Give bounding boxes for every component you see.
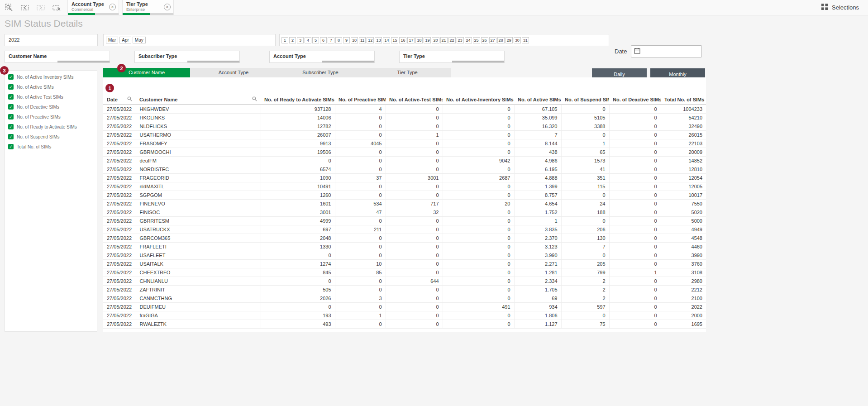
table-row[interactable]: 27/05/2022 CHEEXTRFO 845 85 0 0 1.281 79…: [103, 268, 706, 277]
table-row[interactable]: 27/05/2022 USAITALK 1274 10 0 0 2.271 20…: [103, 259, 706, 268]
col-header-customer-name[interactable]: Customer Name: [136, 95, 261, 105]
table-row[interactable]: 27/05/2022 deuIFM 0 0 0 9042 4.986 1573 …: [103, 156, 706, 165]
day-tile[interactable]: 7: [328, 37, 334, 43]
day-tile[interactable]: 11: [359, 37, 366, 43]
filter-pane-scrollbar[interactable]: [57, 61, 110, 62]
cell-date[interactable]: 27/05/2022: [103, 242, 136, 251]
cell-customer-name[interactable]: GBRCOM365: [136, 234, 261, 242]
checkbox-checked-icon[interactable]: ✓: [8, 144, 14, 149]
cell-customer-name[interactable]: CHEEXTRFO: [136, 268, 261, 277]
cell-date[interactable]: 27/05/2022: [103, 277, 136, 285]
kpi-toggle-item[interactable]: ✓ No. of Suspend SIMs: [5, 132, 97, 142]
checkbox-checked-icon[interactable]: ✓: [8, 74, 14, 80]
cell-customer-name[interactable]: nldMAXITL: [136, 182, 261, 191]
day-tile[interactable]: 18: [415, 37, 423, 43]
table-row[interactable]: 27/05/2022 FRAGEORID 1090 37 3001 2687 4…: [103, 173, 706, 182]
dimension-tab[interactable]: Account Type: [190, 68, 277, 77]
cell-customer-name[interactable]: HKGHWDEV: [136, 105, 261, 113]
kpi-toggle-item[interactable]: ✓ Total No. of SIMs: [5, 142, 97, 152]
cell-date[interactable]: 27/05/2022: [103, 302, 136, 311]
table-row[interactable]: 27/05/2022 HKGHWDEV 937128 4 0 0 67.105 …: [103, 105, 706, 113]
cell-customer-name[interactable]: DEUIFMEU: [136, 302, 261, 311]
day-tile[interactable]: 25: [473, 37, 480, 43]
day-tile[interactable]: 31: [522, 37, 529, 43]
day-tile[interactable]: 13: [375, 37, 382, 43]
cell-customer-name[interactable]: USATRUCKX: [136, 225, 261, 234]
col-header-active[interactable]: No. of Active SIMs: [514, 95, 561, 105]
month-tile[interactable]: Apr: [119, 37, 131, 43]
day-tile[interactable]: 26: [481, 37, 488, 43]
day-tile[interactable]: 30: [514, 37, 521, 43]
table-row[interactable]: 27/05/2022 ZAFTRINIT 505 0 0 0 1.705 2 0…: [103, 285, 706, 294]
cell-customer-name[interactable]: USAITALK: [136, 259, 261, 268]
col-header-active-inventory[interactable]: No. of Active-Inventory SIMs: [443, 95, 514, 105]
cell-date[interactable]: 27/05/2022: [103, 139, 136, 148]
cell-date[interactable]: 27/05/2022: [103, 251, 136, 259]
col-header-ready-to-activate[interactable]: No. of Ready to Activate SIMs: [261, 95, 335, 105]
kpi-toggle-item[interactable]: ✓ No. of Ready to Activate SIMs: [5, 122, 97, 132]
dimension-tab[interactable]: Customer Name: [103, 68, 190, 77]
day-tile[interactable]: 14: [383, 37, 390, 43]
kpi-toggle-item[interactable]: ✓ No. of Active Inventory SIMs: [5, 72, 97, 82]
month-tile[interactable]: May: [133, 37, 146, 43]
table-row[interactable]: 27/05/2022 FINENEVO 1601 534 717 20 4.65…: [103, 199, 706, 208]
cell-date[interactable]: 27/05/2022: [103, 182, 136, 191]
table-row[interactable]: 27/05/2022 CANMCTHNG 2026 3 0 0 69 2 0 2…: [103, 294, 706, 302]
checkbox-checked-icon[interactable]: ✓: [8, 84, 14, 90]
filter-pane-scrollbar[interactable]: [187, 61, 240, 62]
day-tile[interactable]: 3: [297, 37, 304, 43]
table-row[interactable]: 27/05/2022 NORDISTEC 6574 0 0 0 6.195 41…: [103, 165, 706, 173]
cell-date[interactable]: 27/05/2022: [103, 234, 136, 242]
col-header-preactive[interactable]: No. of Preactive SIMs: [335, 95, 386, 105]
cell-date[interactable]: 27/05/2022: [103, 191, 136, 199]
cell-customer-name[interactable]: CANMCTHNG: [136, 294, 261, 302]
col-header-suspend[interactable]: No. of Suspend SIMs: [561, 95, 609, 105]
filter-pane-scrollbar[interactable]: [452, 61, 505, 62]
cell-customer-name[interactable]: GBRRITESM: [136, 216, 261, 225]
table-row[interactable]: 27/05/2022 GBRMOOCHI 19506 0 0 0 438 65 …: [103, 148, 706, 156]
day-tile[interactable]: 4: [305, 37, 311, 43]
cell-date[interactable]: 27/05/2022: [103, 156, 136, 165]
cell-customer-name[interactable]: FRAGEORID: [136, 173, 261, 182]
table-row[interactable]: 27/05/2022 GBRCOM365 2048 0 0 0 2.370 13…: [103, 234, 706, 242]
day-tile[interactable]: 8: [335, 37, 342, 43]
dimension-tab[interactable]: Subscriber Type: [277, 68, 364, 77]
selections-button[interactable]: Selections: [812, 0, 868, 15]
day-tile[interactable]: 19: [424, 37, 431, 43]
kpi-toggle-item[interactable]: ✓ No. of Active Test SIMs: [5, 92, 97, 102]
step-back-icon[interactable]: [20, 3, 29, 12]
filter-pane[interactable]: Customer Name: [5, 51, 110, 63]
cell-date[interactable]: 27/05/2022: [103, 294, 136, 302]
day-tile[interactable]: 17: [407, 37, 415, 43]
close-icon[interactable]: ×: [164, 4, 171, 10]
cell-customer-name[interactable]: SGPGOM: [136, 191, 261, 199]
filter-pane[interactable]: Tier Type: [399, 51, 505, 63]
col-header-deactive[interactable]: No. of Deactive SIMs: [609, 95, 661, 105]
cell-customer-name[interactable]: GBRMOOCHI: [136, 148, 261, 156]
search-icon[interactable]: [252, 96, 257, 102]
table-row[interactable]: 27/05/2022 USATRUCKX 697 211 0 0 3.835 2…: [103, 225, 706, 234]
day-tile[interactable]: 9: [343, 37, 350, 43]
cell-customer-name[interactable]: FRAFLEETI: [136, 242, 261, 251]
day-tile[interactable]: 5: [312, 37, 319, 43]
cell-customer-name[interactable]: ZAFTRINIT: [136, 285, 261, 294]
day-tile[interactable]: 10: [351, 37, 358, 43]
cell-date[interactable]: 27/05/2022: [103, 216, 136, 225]
cell-customer-name[interactable]: NLDFLICKS: [136, 122, 261, 130]
day-tile[interactable]: 24: [465, 37, 472, 43]
cell-date[interactable]: 27/05/2022: [103, 165, 136, 173]
cell-date[interactable]: 27/05/2022: [103, 113, 136, 122]
year-filter[interactable]: 2022: [5, 34, 98, 46]
cell-customer-name[interactable]: HKGLINKS: [136, 113, 261, 122]
table-row[interactable]: 27/05/2022 CHNLIANLU 0 0 644 0 2.334 2 0…: [103, 277, 706, 285]
checkbox-checked-icon[interactable]: ✓: [8, 134, 14, 139]
cell-date[interactable]: 27/05/2022: [103, 199, 136, 208]
table-row[interactable]: 27/05/2022 USAFLEET 0 0 0 0 3.990 0 0 39…: [103, 251, 706, 259]
day-tile[interactable]: 20: [432, 37, 439, 43]
filter-pane[interactable]: Subscriber Type: [134, 51, 240, 63]
cell-date[interactable]: 27/05/2022: [103, 148, 136, 156]
day-tile[interactable]: 22: [448, 37, 456, 43]
table-row[interactable]: 27/05/2022 FRASOMFY 9913 4045 0 0 8.144 …: [103, 139, 706, 148]
table-row[interactable]: 27/05/2022 FRAFLEETI 1330 0 0 0 3.123 7 …: [103, 242, 706, 251]
cell-date[interactable]: 27/05/2022: [103, 208, 136, 216]
